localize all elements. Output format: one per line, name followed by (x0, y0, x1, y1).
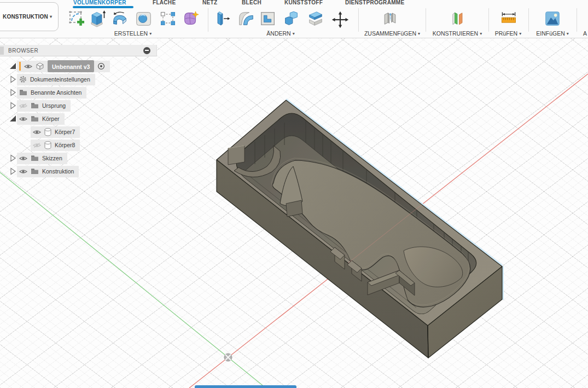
toolbar-separator (577, 8, 577, 32)
active-tab-underline (73, 6, 133, 8)
row-label: Körper8 (55, 142, 75, 148)
create-form-icon (182, 9, 200, 28)
visibility-eye-icon[interactable] (33, 129, 41, 135)
panel-grip[interactable] (0, 47, 4, 55)
document-cube-icon (36, 62, 44, 71)
tab-flaeche[interactable]: FLÄCHE (153, 0, 176, 6)
browser-row-document[interactable]: Unbenannt v3 (9, 60, 110, 72)
visibility-eye-off-icon[interactable] (33, 142, 41, 148)
insert-image-icon (543, 9, 562, 28)
combine-icon (282, 9, 301, 28)
activate-component-radio-icon[interactable] (97, 62, 105, 70)
joint-icon (381, 9, 399, 28)
chevron-down-icon: ▾ (480, 31, 482, 36)
tab-volumenkoerper[interactable]: VOLUMENKÖRPER (73, 0, 126, 6)
row-label: Dokumenteinstellungen (30, 76, 90, 83)
pruefen-label: PRüFEN (495, 30, 517, 37)
visibility-eye-icon[interactable] (19, 169, 27, 175)
collapsed-triangle-icon[interactable] (9, 75, 17, 84)
joint-button[interactable] (380, 9, 400, 30)
auswaehlen-partial-label[interactable]: A (583, 30, 587, 37)
folder-icon (31, 102, 39, 109)
zusammenfuegen-dropdown[interactable]: ZUSAMMENFüGEN▾ (364, 30, 420, 37)
browser-panel-header[interactable]: BROWSER (0, 45, 157, 56)
konstruktion-dropdown-button[interactable]: KONSTRUKTION ▾ (0, 2, 59, 31)
chevron-down-icon: ▾ (149, 31, 152, 36)
split-body-button[interactable] (306, 9, 325, 30)
browser-row-construction[interactable]: Konstruktion (9, 165, 79, 177)
konstruktion-label: KONSTRUKTION (3, 14, 48, 20)
extrude-button[interactable] (88, 9, 108, 30)
row-label: Körper (42, 115, 60, 122)
toolbar-separator (208, 8, 208, 32)
gear-icon (19, 76, 27, 83)
shell-icon (259, 9, 277, 28)
toolbar-separator (426, 8, 426, 32)
insert-image-button[interactable] (543, 9, 562, 30)
visibility-eye-icon[interactable] (19, 155, 27, 161)
browser-row-bodies-folder[interactable]: Körper (9, 113, 65, 125)
visibility-eye-icon[interactable] (24, 63, 32, 70)
timeline-bar[interactable] (195, 385, 296, 388)
fillet-button[interactable] (236, 9, 256, 30)
chevron-down-icon: ▾ (418, 31, 420, 36)
combine-button[interactable] (282, 9, 301, 30)
tab-blech[interactable]: BLECH (242, 0, 261, 6)
construction-plane-button[interactable] (447, 9, 467, 30)
tab-dienstprogramme[interactable]: DIENSTPROGRAMME (345, 0, 404, 6)
measure-button[interactable] (499, 9, 519, 30)
press-pull-button[interactable] (213, 9, 233, 30)
create-sketch-button[interactable] (67, 9, 86, 30)
einfuegen-label: EINFüGEN (536, 30, 565, 37)
aendern-dropdown[interactable]: ÄNDERN▾ (266, 30, 294, 37)
tab-netz[interactable]: NETZ (202, 0, 217, 6)
konstruieren-dropdown[interactable]: KONSTRUIEREN▾ (433, 30, 482, 37)
collapse-browser-button[interactable] (143, 47, 150, 54)
move-copy-button[interactable] (330, 9, 350, 30)
split-body-icon (306, 9, 325, 28)
erstellen-label: ERSTELLEN (114, 30, 148, 37)
create-sketch-icon (67, 9, 86, 28)
browser-row-settings[interactable]: Dokumenteinstellungen (9, 73, 95, 85)
row-label: Benannte Ansichten (31, 89, 81, 96)
folder-icon (19, 89, 27, 96)
collapsed-triangle-icon[interactable] (9, 101, 17, 110)
browser-row-body8[interactable]: Körper8 (31, 139, 80, 151)
row-label: Körper7 (55, 129, 75, 135)
browser-row-origin[interactable]: Ursprung (9, 100, 71, 112)
einfuegen-dropdown[interactable]: EINFüGEN▾ (536, 30, 569, 37)
expanded-triangle-icon[interactable] (9, 114, 17, 123)
shell-button[interactable] (258, 9, 278, 30)
erstellen-dropdown[interactable]: ERSTELLEN▾ (114, 30, 152, 37)
browser-row-sketches[interactable]: Skizzen (9, 152, 67, 164)
browser-row-body7[interactable]: Körper7 (31, 126, 80, 138)
main-toolbar: VOLUMENKÖRPER FLÄCHE NETZ BLECH KUNSTSTO… (0, 0, 588, 38)
revolve-button[interactable] (110, 9, 130, 30)
construction-plane-icon (448, 9, 467, 28)
folder-icon (31, 168, 39, 175)
hole-button[interactable] (134, 9, 154, 30)
collapsed-triangle-icon[interactable] (9, 154, 17, 163)
revolve-icon (110, 9, 129, 28)
zusammenfuegen-label: ZUSAMMENFüGEN (364, 30, 416, 37)
visibility-eye-icon[interactable] (19, 116, 27, 122)
tab-kunststoff[interactable]: KUNSTSTOFF (284, 0, 323, 6)
chevron-down-icon: ▾ (50, 14, 52, 19)
pruefen-dropdown[interactable]: PRüFEN▾ (495, 30, 521, 37)
create-form-button[interactable] (181, 9, 201, 30)
visibility-eye-off-icon[interactable] (19, 103, 27, 109)
chevron-down-icon: ▾ (293, 31, 295, 36)
body-cylinder-icon (44, 128, 51, 136)
toolbar-separator (488, 8, 489, 32)
fillet-icon (237, 9, 255, 28)
expanded-triangle-icon[interactable] (9, 62, 17, 71)
toolbar-separator (358, 8, 359, 32)
viewport-3d[interactable] (0, 38, 588, 388)
folder-icon (31, 115, 39, 122)
browser-row-named-views[interactable]: Benannte Ansichten (9, 86, 86, 99)
row-label: Konstruktion (42, 168, 74, 175)
selected-row-highlight: Unbenannt v3 (48, 60, 94, 72)
collapsed-triangle-icon[interactable] (9, 88, 17, 97)
collapsed-triangle-icon[interactable] (9, 167, 17, 176)
rectangular-pattern-button[interactable] (158, 9, 178, 30)
